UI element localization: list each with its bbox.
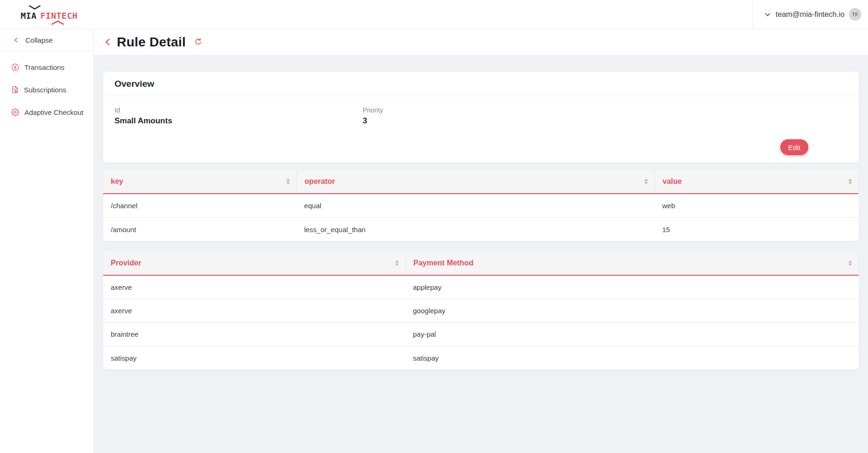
mia-fintech-logo: MIA FINTECH [21, 8, 77, 21]
providers-table-header: Provider Payment Method [103, 251, 859, 276]
dollar-circle-icon: $ [11, 63, 19, 71]
sort-icon [286, 179, 290, 184]
chevron-left-icon [13, 37, 19, 43]
overview-card: Overview Id Small Amounts Priority 3 Edi… [103, 72, 859, 163]
collapse-label: Collapse [25, 36, 53, 44]
topbar: MIA FINTECH team@mia-fintech.io TF [0, 0, 868, 29]
field-id: Id Small Amounts [114, 106, 363, 126]
edit-button[interactable]: Edit [780, 139, 808, 155]
refresh-button[interactable] [194, 38, 202, 46]
sort-icon [848, 260, 852, 266]
svg-text:$: $ [14, 65, 16, 69]
cell-payment-method: googlepay [405, 307, 859, 315]
column-label: Payment Method [413, 259, 473, 267]
logo-text-primary: MIA [21, 11, 37, 21]
cell-provider: satispay [103, 354, 405, 362]
column-header-operator[interactable]: operator [297, 170, 655, 193]
column-label: Provider [111, 259, 141, 267]
page-header: Rule Detail [94, 29, 868, 55]
cell-payment-method: applepay [405, 283, 859, 291]
providers-table: Provider Payment Method axerve applepay … [103, 251, 859, 370]
content-area: Overview Id Small Amounts Priority 3 Edi… [94, 55, 868, 453]
column-header-key[interactable]: key [103, 170, 297, 193]
field-priority: Priority 3 [363, 106, 383, 126]
table-row: /channel equal web [103, 194, 859, 218]
overview-title: Overview [103, 72, 859, 96]
cell-key: /channel [103, 202, 297, 210]
sidebar-item-transactions[interactable]: $ Transactions [0, 56, 93, 78]
column-label: operator [305, 177, 335, 186]
cell-operator: equal [297, 202, 655, 210]
table-row: /amount less_or_equal_than 15 [103, 218, 859, 241]
field-value: 3 [363, 116, 383, 126]
back-button[interactable] [104, 38, 112, 46]
conditions-table-header: key operator value [103, 170, 859, 194]
field-label: Id [114, 106, 363, 114]
table-row: axerve applepay [103, 276, 859, 299]
cell-key: /amount [103, 226, 297, 234]
avatar: TF [849, 8, 861, 21]
cell-provider: braintree [103, 330, 405, 338]
sidebar-item-label: Subscriptions [24, 86, 66, 94]
gear-icon [11, 108, 19, 116]
sidebar-collapse-button[interactable]: Collapse [0, 29, 93, 51]
table-row: axerve googlepay [103, 299, 859, 323]
cell-value: web [655, 202, 859, 210]
column-header-payment-method[interactable]: Payment Method [405, 251, 859, 275]
cell-payment-method: pay-pal [405, 330, 859, 338]
chevron-down-icon [764, 11, 771, 18]
column-label: key [111, 177, 123, 186]
column-header-provider[interactable]: Provider [103, 251, 405, 275]
cell-value: 15 [655, 226, 859, 234]
table-row: satispay satispay [103, 346, 859, 370]
sidebar-item-adaptive-checkout[interactable]: Adaptive Checkout [0, 101, 93, 123]
sort-icon [644, 179, 648, 184]
sort-icon [395, 260, 399, 266]
field-value: Small Amounts [114, 116, 363, 126]
sidebar: Collapse $ Transactions [0, 29, 94, 453]
table-row: braintree pay-pal [103, 323, 859, 346]
cell-operator: less_or_equal_than [297, 226, 655, 234]
overview-fields: Id Small Amounts Priority 3 [103, 96, 859, 126]
field-label: Priority [363, 106, 383, 114]
column-label: value [662, 177, 682, 186]
conditions-table: key operator value /channel equal [103, 170, 859, 241]
account-menu[interactable]: team@mia-fintech.io TF [752, 0, 868, 29]
sidebar-item-label: Adaptive Checkout [24, 108, 84, 116]
logo-chevron-down-icon [28, 2, 41, 12]
sidebar-menu: $ Transactions Subscriptions [0, 51, 93, 123]
sort-icon [848, 179, 852, 184]
subscriptions-document-icon [11, 86, 19, 93]
page-title: Rule Detail [117, 35, 186, 50]
account-email: team@mia-fintech.io [776, 10, 845, 19]
sidebar-item-label: Transactions [24, 63, 64, 71]
cell-provider: axerve [103, 283, 405, 291]
sidebar-item-subscriptions[interactable]: Subscriptions [0, 78, 93, 101]
cell-provider: axerve [103, 307, 405, 315]
column-header-value[interactable]: value [655, 170, 859, 193]
cell-payment-method: satispay [405, 354, 859, 362]
logo-caret-up-icon [51, 17, 65, 27]
